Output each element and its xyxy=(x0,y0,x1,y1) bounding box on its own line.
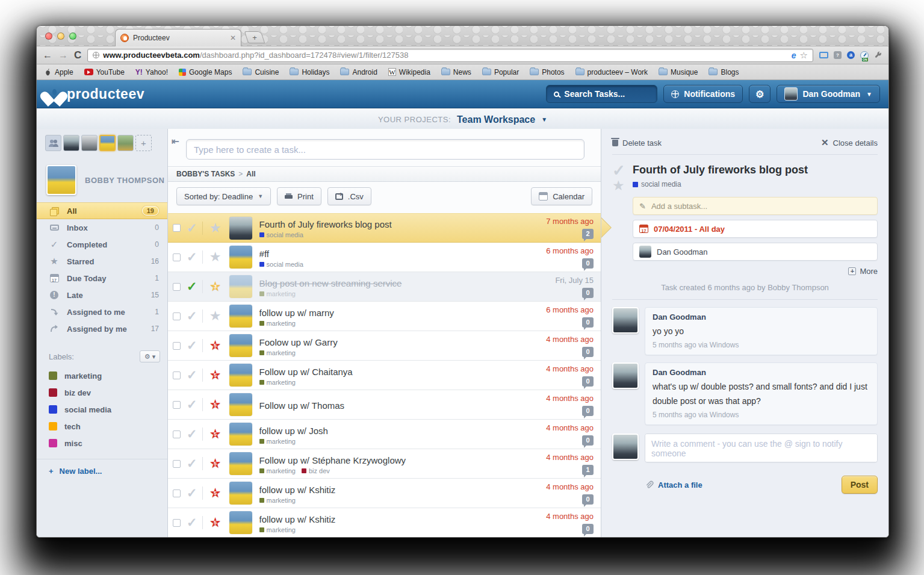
member-avatar[interactable] xyxy=(63,135,79,151)
task-checkbox[interactable] xyxy=(173,253,181,261)
member-avatar[interactable] xyxy=(81,135,98,151)
labels-settings-button[interactable]: ⚙ ▾ xyxy=(140,350,160,362)
new-label-button[interactable]: + New label... xyxy=(37,459,167,476)
browser-tab[interactable]: Producteev ✕ xyxy=(115,29,241,46)
task-row[interactable]: ✓★5Follow up w/ Thomas4 months ago0 xyxy=(168,390,601,420)
bookmark-item[interactable]: Holidays xyxy=(290,68,329,76)
check-icon[interactable]: ✓ xyxy=(187,309,197,323)
minimize-window-button[interactable] xyxy=(57,33,64,40)
task-row[interactable]: ✓★5Foolow up w/ Garrymarketing4 months a… xyxy=(168,331,601,361)
check-icon[interactable]: ✓ xyxy=(187,456,197,471)
sidebar-filter-late[interactable]: !Late15 xyxy=(37,287,167,303)
tab-close-icon[interactable]: ✕ xyxy=(230,34,236,42)
add-subtask-input[interactable]: ✎ Add a subtask... xyxy=(633,197,878,215)
bookmark-item[interactable]: WWikipedia xyxy=(388,68,430,76)
star-task-toggle[interactable]: ★ xyxy=(612,178,633,193)
task-row[interactable]: ✓★5follow up w/ Kshitizmarketing4 months… xyxy=(168,479,601,508)
check-icon[interactable]: ✓ xyxy=(187,368,197,382)
breadcrumb-root[interactable]: BOBBY'S TASKS xyxy=(176,170,235,178)
task-label-chip[interactable]: social media xyxy=(633,180,878,188)
bookmark-item[interactable]: Musique xyxy=(659,68,698,76)
comment-input[interactable] xyxy=(645,434,878,462)
star-icon[interactable]: ★ xyxy=(208,250,223,264)
task-row[interactable]: ✓★#ffsocial media6 months ago0 xyxy=(168,243,601,272)
sidebar-filter-all[interactable]: All19 xyxy=(37,202,167,219)
reload-button[interactable]: C xyxy=(74,50,81,60)
bookmark-star-icon[interactable]: ☆ xyxy=(800,50,808,61)
star-icon[interactable]: ★5 xyxy=(208,397,223,412)
sidebar-filter-completed[interactable]: ✓Completed0 xyxy=(37,236,167,253)
task-checkbox[interactable] xyxy=(173,460,181,468)
screenshot-extension-icon[interactable] xyxy=(819,52,828,58)
speed-extension-icon[interactable] xyxy=(860,51,869,60)
post-comment-button[interactable]: Post xyxy=(842,476,878,494)
task-checkbox[interactable] xyxy=(173,283,181,291)
task-checkbox[interactable] xyxy=(173,519,181,527)
bookmark-item[interactable]: Google Maps xyxy=(179,68,232,76)
bookmark-item[interactable]: Apple xyxy=(44,68,73,76)
due-date-field[interactable]: 17 07/04/2011 - All day xyxy=(633,220,878,238)
task-row[interactable]: ✓★5Follow up w/ Chaitanyamarketing4 mont… xyxy=(168,361,601,390)
task-row[interactable]: ✓★3Blog post on new streaming servicemar… xyxy=(168,272,601,302)
task-checkbox[interactable] xyxy=(173,430,181,438)
task-row[interactable]: ✓★5follow up w/ Kshitizmarketing4 months… xyxy=(168,508,601,537)
puzzle-extension-icon[interactable]: ? xyxy=(834,51,842,59)
bookmark-item[interactable]: Y!Yahoo! xyxy=(135,68,168,76)
star-icon[interactable]: ★3 xyxy=(208,279,223,294)
member-avatar[interactable] xyxy=(117,135,134,151)
star-icon[interactable]: ★5 xyxy=(208,486,223,500)
check-icon[interactable]: ✓ xyxy=(187,221,197,235)
task-row[interactable]: ✓★follow up w/ marnymarketing6 months ag… xyxy=(168,302,601,331)
star-icon[interactable]: ★5 xyxy=(208,368,223,382)
sidebar-label-tech[interactable]: tech xyxy=(37,418,167,435)
bookmark-item[interactable]: producteev – Work xyxy=(575,68,648,76)
close-window-button[interactable] xyxy=(45,33,52,40)
check-icon[interactable]: ✓ xyxy=(187,515,197,530)
task-checkbox[interactable] xyxy=(173,490,181,497)
task-checkbox[interactable] xyxy=(173,342,181,350)
attach-file-button[interactable]: Attach a file xyxy=(645,480,702,490)
star-icon[interactable]: ★5 xyxy=(208,427,223,441)
print-button[interactable]: Print xyxy=(277,187,321,205)
sidebar-filter-starred[interactable]: ★Starred16 xyxy=(37,253,167,270)
check-icon[interactable]: ✓ xyxy=(187,397,197,412)
zoom-window-button[interactable] xyxy=(69,33,76,40)
bookmark-item[interactable]: Blogs xyxy=(709,68,739,76)
check-icon[interactable]: ✓ xyxy=(187,250,197,264)
sidebar-label-misc[interactable]: misc xyxy=(37,435,167,452)
url-text[interactable]: www.producteevbeta.com/dashboard.php?id_… xyxy=(103,51,787,60)
complete-task-toggle[interactable]: ✓ xyxy=(612,163,633,178)
project-dropdown-icon[interactable]: ▼ xyxy=(541,116,547,123)
bookmark-item[interactable]: Photos xyxy=(530,68,564,76)
member-avatar-selected[interactable] xyxy=(99,135,116,151)
back-button[interactable]: ← xyxy=(43,51,52,60)
star-icon[interactable]: ★5 xyxy=(208,338,223,353)
bookmark-item[interactable]: Android xyxy=(340,68,377,76)
check-icon[interactable]: ✓ xyxy=(187,486,197,500)
render-engine-icon[interactable]: e xyxy=(792,51,796,60)
sidebar-filter-assigned-to-me[interactable]: Assigned to me1 xyxy=(37,303,167,320)
wrench-menu-icon[interactable] xyxy=(874,51,882,60)
translate-extension-icon[interactable]: a xyxy=(847,51,855,59)
sidebar-filter-assigned-by-me[interactable]: Assigned by me17 xyxy=(37,320,167,337)
forward-button[interactable]: → xyxy=(58,51,68,60)
sidebar-label-marketing[interactable]: marketing xyxy=(37,367,167,384)
task-row[interactable]: ✓★Fourth of July fireworks blog postsoci… xyxy=(168,213,601,243)
create-task-input[interactable] xyxy=(186,139,584,160)
add-member-button[interactable]: + xyxy=(135,135,152,151)
star-icon[interactable]: ★ xyxy=(208,221,223,235)
close-details-button[interactable]: ✕ Close details xyxy=(821,137,878,148)
task-row[interactable]: ✓★5follow up w/ Joshmarketing4 months ag… xyxy=(168,420,601,449)
project-selector[interactable]: Team Workspace xyxy=(457,114,535,125)
address-bar[interactable]: www.producteevbeta.com/dashboard.php?id_… xyxy=(87,49,813,62)
calendar-button[interactable]: Calendar xyxy=(531,187,592,205)
assignee-field[interactable]: Dan Goodman xyxy=(633,243,878,261)
csv-export-button[interactable]: .Csv xyxy=(327,187,371,205)
all-members-tile[interactable] xyxy=(45,135,61,151)
bookmark-item[interactable]: Popular xyxy=(482,68,519,76)
task-row[interactable]: ✓★5Follow up w/ Stéphane Krzywoglowymark… xyxy=(168,449,601,479)
sidebar-label-biz-dev[interactable]: biz dev xyxy=(37,384,167,401)
task-checkbox[interactable] xyxy=(173,312,181,320)
bookmark-item[interactable]: Cuisine xyxy=(243,68,279,76)
star-icon[interactable]: ★5 xyxy=(208,456,223,471)
